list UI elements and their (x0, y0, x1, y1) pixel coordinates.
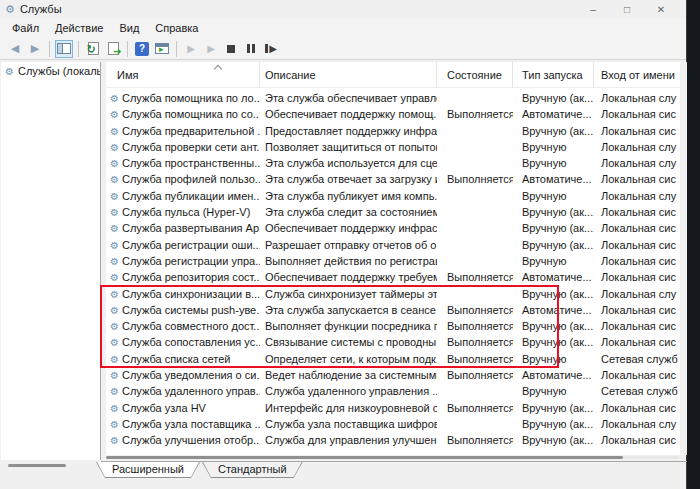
table-row[interactable]: ⚙Служба списка сетей Определяет сети, к … (106, 351, 687, 367)
service-startup-type-cell: Автоматиче... (513, 171, 594, 187)
table-header: Имя Описание Состояние Тип запуска Вход … (106, 62, 687, 88)
service-gear-icon: ⚙ (110, 337, 119, 348)
column-header-status[interactable]: Состояние (437, 62, 513, 88)
table-row[interactable]: ⚙Служба развертывания Ap... Обеспечивает… (106, 220, 687, 236)
table-row[interactable]: ⚙Служба регистрации оши... Разрешает отп… (106, 237, 687, 253)
service-status-cell (437, 139, 513, 155)
forward-icon[interactable]: ▶ (26, 40, 44, 58)
service-logon-cell: Локальная сис (594, 432, 687, 448)
restart-service-icon[interactable]: ▶ (262, 40, 280, 58)
service-name-cell: ⚙Служба регистрации оши... (106, 237, 260, 253)
table-row[interactable]: ⚙Служба публикации имен... Эта служба пу… (106, 188, 687, 204)
table-row[interactable]: ⚙Служба репозитория сост... Обеспечивает… (106, 269, 687, 285)
start-service-icon[interactable]: ▶ (182, 40, 200, 58)
service-logon-cell: Локальная сис (594, 400, 687, 416)
pause-service-icon[interactable] (242, 40, 260, 58)
service-description-cell: Обеспечивает поддержку инфраст... (260, 220, 437, 236)
service-startup-type-cell: Вручную (513, 253, 594, 269)
service-logon-cell: Локальная сис (594, 269, 687, 285)
service-gear-icon: ⚙ (110, 207, 119, 218)
sidebar-horizontal-scrollbar[interactable] (8, 464, 66, 467)
service-name-cell: ⚙Служба профилей пользо... (106, 171, 260, 187)
service-name: Служба системы push-уве... (122, 304, 260, 316)
close-button[interactable]: ✕ (644, 0, 678, 18)
table-row[interactable]: ⚙Служба системы push-уве... Эта служба з… (106, 302, 687, 318)
resume-service-icon[interactable]: ▶ (202, 40, 220, 58)
service-startup-type-cell: Вручную (ак... (513, 90, 594, 106)
table-row[interactable]: ⚙Служба сопоставления ус... Связывание с… (106, 334, 687, 350)
table-row[interactable]: ⚙Служба помощника по ло... Эта служба об… (106, 90, 687, 106)
service-status-cell (437, 237, 513, 253)
tab-standard[interactable]: Стандартный (202, 462, 303, 478)
refresh-icon[interactable]: ↻ (84, 40, 102, 58)
maximize-button[interactable]: □ (610, 0, 644, 18)
service-gear-icon: ⚙ (110, 240, 119, 251)
table-row[interactable]: ⚙Служба узла поставщика ... Служба узла … (106, 416, 687, 432)
toolbar: ◀ ▶ ↻ ➜ ? ▶ ▶ ▶ (0, 38, 686, 60)
service-status-cell: Выполняется (437, 171, 513, 187)
stop-service-icon[interactable] (222, 40, 240, 58)
service-logon-cell: Локальная сис (594, 123, 687, 139)
tab-extended[interactable]: Расширенный (96, 462, 200, 478)
service-description-cell: Обеспечивает поддержку помощ... (260, 106, 437, 122)
table-row[interactable]: ⚙Служба регистрации упра... Выполняет де… (106, 253, 687, 269)
vertical-scrollbar-track[interactable] (680, 62, 687, 455)
console-tree-icon[interactable] (55, 40, 73, 58)
service-logon-cell: Локальная сис (594, 106, 687, 122)
column-header-name[interactable]: Имя (106, 62, 260, 88)
table-row[interactable]: ⚙Служба уведомления о си... Ведет наблюд… (106, 367, 687, 383)
back-icon[interactable]: ◀ (6, 40, 24, 58)
menu-file[interactable]: Файл (4, 20, 47, 36)
table-row[interactable]: ⚙Служба помощника по со... Обеспечивает … (106, 106, 687, 122)
minimize-button[interactable]: – (576, 0, 610, 18)
service-status-cell: Выполняется (437, 318, 513, 334)
menu-view[interactable]: Вид (111, 20, 147, 36)
table-row[interactable]: ⚙Служба узла HV Интерфейс для низкоуровн… (106, 400, 687, 416)
service-description-cell: Эта служба используется для сцен... (260, 155, 437, 171)
service-status-cell: Выполняется (437, 400, 513, 416)
service-description-cell: Обеспечивает поддержку требуем... (260, 269, 437, 285)
column-header-description[interactable]: Описание (260, 62, 437, 88)
menu-help[interactable]: Справка (147, 20, 206, 36)
service-startup-type-cell: Вручную (ак... (513, 334, 594, 350)
service-description-cell: Выполняет функции посредника п... (260, 318, 437, 334)
service-description-cell: Определяет сети, к которым подк... (260, 351, 437, 367)
service-name-cell: ⚙Служба пространственны... (106, 155, 260, 171)
service-status-cell (437, 253, 513, 269)
services-app-icon: ⚙ (5, 3, 15, 16)
service-logon-cell: Локальная сис (594, 253, 687, 269)
service-status-cell (437, 286, 513, 302)
properties-window-icon[interactable] (153, 40, 171, 58)
column-header-logon-as[interactable]: Вход от имени (594, 62, 687, 88)
service-logon-cell: Локальная слу (594, 416, 687, 432)
service-description-cell: Служба узла поставщика шифров... (260, 416, 437, 432)
window-title: Службы (20, 3, 62, 15)
tree-item-services-local[interactable]: ⚙ Службы (локальн (1, 62, 100, 80)
service-name: Служба уведомления о си... (122, 369, 260, 381)
service-description-cell: Эта служба следит за состоянием ... (260, 204, 437, 220)
export-list-icon[interactable]: ➜ (104, 40, 122, 58)
service-logon-cell: Локальная сис (594, 220, 687, 236)
service-name-cell: ⚙Служба публикации имен... (106, 188, 260, 204)
table-row[interactable]: ⚙Служба совместного дост... Выполняет фу… (106, 318, 687, 334)
service-status-cell (437, 383, 513, 399)
service-startup-type-cell: Вручную (513, 383, 594, 399)
table-row[interactable]: ⚙Служба проверки сети ант... Позволяет з… (106, 139, 687, 155)
column-header-startup-type[interactable]: Тип запуска (513, 62, 594, 88)
table-row[interactable]: ⚙Служба пространственны... Эта служба ис… (106, 155, 687, 171)
help-icon[interactable]: ? (133, 40, 151, 58)
table-row[interactable]: ⚙Служба удаленного управ... Служба удале… (106, 383, 687, 399)
table-row[interactable]: ⚙Служба профилей пользо... Эта служба от… (106, 171, 687, 187)
service-status-cell (437, 123, 513, 139)
table-row[interactable]: ⚙Служба синхронизации в... Служба синхро… (106, 286, 687, 302)
table-row[interactable]: ⚙Служба пульса (Hyper-V) Эта служба след… (106, 204, 687, 220)
table-horizontal-scrollbar-thumb[interactable] (106, 456, 623, 459)
window-controls: – □ ✕ (576, 0, 678, 18)
service-status-cell (437, 90, 513, 106)
service-description-cell: Разрешает отправку отчетов об о... (260, 237, 437, 253)
menu-action[interactable]: Действие (47, 20, 111, 36)
table-row[interactable]: ⚙Служба улучшения отобр... Служба для уп… (106, 432, 687, 448)
console-tree-panel: ⚙ Службы (локальн (1, 62, 101, 460)
service-gear-icon: ⚙ (110, 142, 119, 153)
table-row[interactable]: ⚙Служба предварительной ... Предоставляе… (106, 123, 687, 139)
